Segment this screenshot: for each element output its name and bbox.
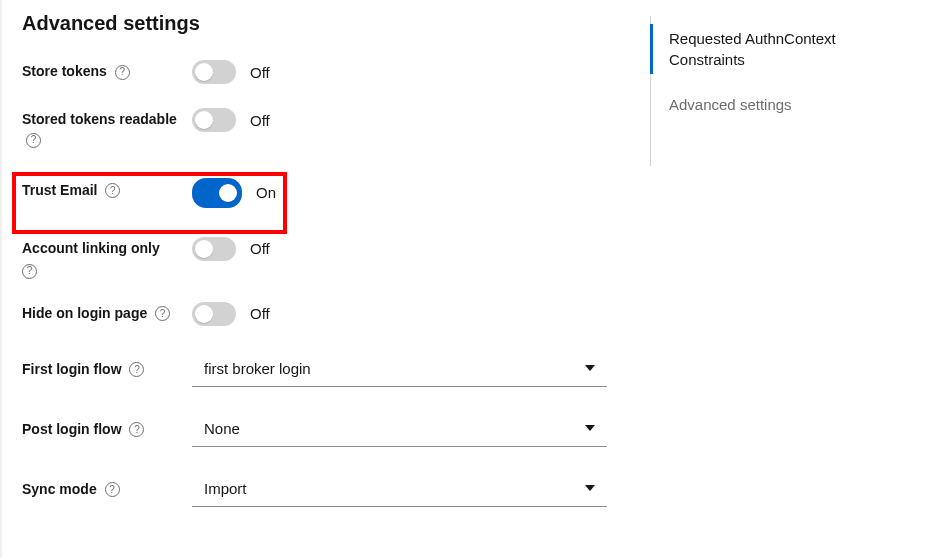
jump-link-requested-authncontext[interactable]: Requested AuthnContext Constraints xyxy=(651,16,910,82)
help-icon[interactable]: ? xyxy=(105,482,120,497)
caret-down-icon xyxy=(585,365,595,371)
help-icon[interactable]: ? xyxy=(26,133,41,148)
toggle-value-account-linking-only: Off xyxy=(250,240,270,257)
select-sync-mode[interactable]: Import xyxy=(192,471,607,507)
caret-down-icon xyxy=(585,425,595,431)
toggle-stored-tokens-readable[interactable] xyxy=(192,108,236,132)
help-icon[interactable]: ? xyxy=(105,183,120,198)
help-icon[interactable]: ? xyxy=(129,422,144,437)
row-sync-mode: Sync mode ? Import xyxy=(22,471,612,507)
row-store-tokens: Store tokens ? Off xyxy=(22,57,612,85)
caret-down-icon xyxy=(585,485,595,491)
toggle-value-stored-tokens-readable: Off xyxy=(250,112,270,129)
toggle-value-store-tokens: Off xyxy=(250,64,270,81)
toggle-hide-on-login-page[interactable] xyxy=(192,302,236,326)
jump-link-advanced-settings[interactable]: Advanced settings xyxy=(651,82,910,127)
row-stored-tokens-readable: Stored tokens readable ? Off xyxy=(22,105,612,150)
label-post-login-flow: Post login flow ? xyxy=(22,411,192,439)
select-value-sync-mode: Import xyxy=(204,480,247,497)
help-icon[interactable]: ? xyxy=(115,65,130,80)
label-trust-email: Trust Email ? xyxy=(22,176,192,200)
row-trust-email: Trust Email ? On xyxy=(22,170,612,214)
toggle-value-hide-on-login-page: Off xyxy=(250,305,270,322)
select-post-login-flow[interactable]: None xyxy=(192,411,607,447)
label-stored-tokens-readable: Stored tokens readable ? xyxy=(22,105,192,150)
toggle-trust-email[interactable] xyxy=(192,178,242,208)
label-hide-on-login-page: Hide on login page ? xyxy=(22,299,192,323)
section-title: Advanced settings xyxy=(22,12,612,35)
label-account-linking-only: Account linking only ? xyxy=(22,234,192,279)
help-icon[interactable]: ? xyxy=(129,362,144,377)
row-post-login-flow: Post login flow ? None xyxy=(22,411,612,447)
toggle-account-linking-only[interactable] xyxy=(192,237,236,261)
row-account-linking-only: Account linking only ? Off xyxy=(22,234,612,279)
row-hide-on-login-page: Hide on login page ? Off xyxy=(22,299,612,327)
select-value-first-login-flow: first broker login xyxy=(204,360,311,377)
select-value-post-login-flow: None xyxy=(204,420,240,437)
help-icon[interactable]: ? xyxy=(22,264,37,279)
label-first-login-flow: First login flow ? xyxy=(22,351,192,379)
jump-links: Requested AuthnContext Constraints Advan… xyxy=(650,16,910,166)
label-sync-mode: Sync mode ? xyxy=(22,471,192,499)
toggle-value-trust-email: On xyxy=(256,184,276,201)
row-first-login-flow: First login flow ? first broker login xyxy=(22,351,612,387)
label-store-tokens: Store tokens ? xyxy=(22,57,192,81)
toggle-store-tokens[interactable] xyxy=(192,60,236,84)
select-first-login-flow[interactable]: first broker login xyxy=(192,351,607,387)
help-icon[interactable]: ? xyxy=(155,306,170,321)
